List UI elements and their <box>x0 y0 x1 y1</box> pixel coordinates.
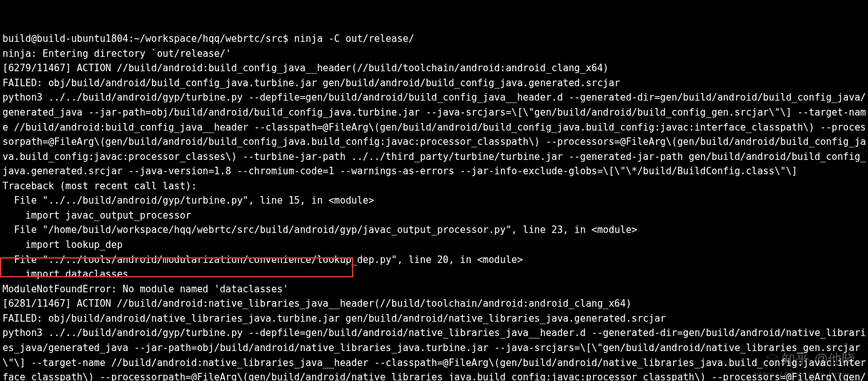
terminal-line: Traceback (most recent call last): <box>3 179 868 194</box>
terminal-line: FAILED: obj/build/android/native_librari… <box>3 312 868 327</box>
terminal-line: python3 ../../build/android/gyp/turbine.… <box>3 326 868 381</box>
terminal-line: File "../../tools/android/modularization… <box>3 253 868 268</box>
terminal-line: File "../../build/android/gyp/turbine.py… <box>3 194 868 209</box>
terminal-line: [6281/11467] ACTION //build/android:nati… <box>3 297 868 312</box>
terminal-line: FAILED: obj/build/android/build_config_j… <box>3 76 868 91</box>
terminal-line: import dataclasses <box>3 267 868 282</box>
terminal-line: build@build-ubuntu1804:~/workspace/hqq/w… <box>3 32 868 47</box>
terminal-line: import javac_output_processor <box>3 209 868 224</box>
terminal-output: build@build-ubuntu1804:~/workspace/hqq/w… <box>0 0 868 381</box>
terminal-line: File "/home/build/workspace/hqq/webrtc/s… <box>3 223 868 238</box>
terminal-line: [6279/11467] ACTION //build/android:buil… <box>3 61 868 76</box>
terminal-line: python3 ../../build/android/gyp/turbine.… <box>3 91 868 179</box>
terminal-line: ninja: Entering directory `out/release/' <box>3 47 868 62</box>
footer-url: https://blog.csdn.net/m... <box>754 369 862 380</box>
terminal-line: ModuleNotFoundError: No module named 'da… <box>3 282 868 297</box>
terminal-line: import lookup_dep <box>3 238 868 253</box>
